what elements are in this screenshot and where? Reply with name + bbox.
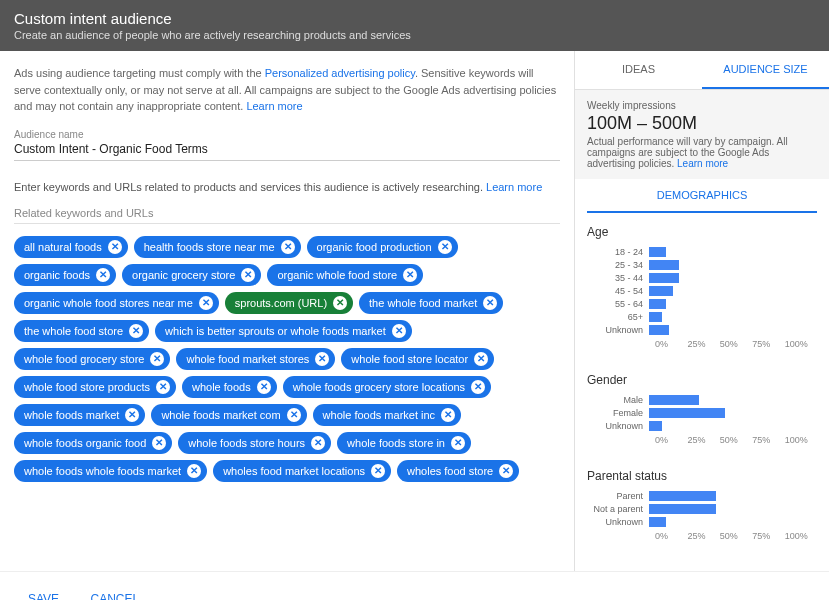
bar-label: Unknown bbox=[587, 517, 649, 527]
close-icon[interactable]: ✕ bbox=[257, 380, 271, 394]
close-icon[interactable]: ✕ bbox=[403, 268, 417, 282]
keyword-chip[interactable]: which is better sprouts or whole foods m… bbox=[155, 320, 412, 342]
bar-row: 55 - 64 bbox=[587, 299, 817, 309]
bar-track bbox=[649, 260, 817, 270]
chart-title: Age bbox=[587, 225, 817, 239]
bar-row: Not a parent bbox=[587, 504, 817, 514]
tab-audience-size[interactable]: AUDIENCE SIZE bbox=[702, 51, 829, 89]
chip-label: whole foods organic food bbox=[24, 437, 146, 449]
keyword-chip[interactable]: sprouts.com (URL)✕ bbox=[225, 292, 353, 314]
close-icon[interactable]: ✕ bbox=[156, 380, 170, 394]
keyword-chip[interactable]: whole foods✕ bbox=[182, 376, 277, 398]
close-icon[interactable]: ✕ bbox=[311, 436, 325, 450]
close-icon[interactable]: ✕ bbox=[241, 268, 255, 282]
chip-label: whole food market stores bbox=[186, 353, 309, 365]
keyword-chip[interactable]: whole foods grocery store locations✕ bbox=[283, 376, 491, 398]
close-icon[interactable]: ✕ bbox=[392, 324, 406, 338]
impressions-label: Weekly impressions bbox=[587, 100, 817, 111]
chip-label: organic food production bbox=[317, 241, 432, 253]
close-icon[interactable]: ✕ bbox=[150, 352, 164, 366]
close-icon[interactable]: ✕ bbox=[499, 464, 513, 478]
keyword-chip[interactable]: whole foods organic food✕ bbox=[14, 432, 172, 454]
keyword-chip[interactable]: organic grocery store✕ bbox=[122, 264, 261, 286]
bar-track bbox=[649, 247, 817, 257]
cancel-button[interactable]: CANCEL bbox=[76, 586, 153, 600]
policy-link[interactable]: Personalized advertising policy bbox=[265, 67, 415, 79]
close-icon[interactable]: ✕ bbox=[315, 352, 329, 366]
keyword-chip[interactable]: the whole food store✕ bbox=[14, 320, 149, 342]
axis-tick: 75% bbox=[752, 339, 784, 349]
bar-row: Female bbox=[587, 408, 817, 418]
bar-track bbox=[649, 408, 817, 418]
bar-fill bbox=[649, 286, 673, 296]
keyword-chip[interactable]: organic whole food stores near me✕ bbox=[14, 292, 219, 314]
learn-more-keywords-link[interactable]: Learn more bbox=[486, 181, 542, 193]
chip-label: organic whole food store bbox=[277, 269, 397, 281]
close-icon[interactable]: ✕ bbox=[187, 464, 201, 478]
close-icon[interactable]: ✕ bbox=[441, 408, 455, 422]
bar-label: Parent bbox=[587, 491, 649, 501]
keyword-chip[interactable]: all natural foods✕ bbox=[14, 236, 128, 258]
keyword-chip[interactable]: whole foods whole foods market✕ bbox=[14, 460, 207, 482]
save-button[interactable]: SAVE bbox=[14, 586, 73, 600]
chart-section: Age18 - 2425 - 3435 - 4445 - 5455 - 6465… bbox=[575, 213, 829, 361]
keyword-chip[interactable]: organic food production✕ bbox=[307, 236, 458, 258]
keyword-chip[interactable]: health foods store near me✕ bbox=[134, 236, 301, 258]
keyword-chip[interactable]: whole foods market com✕ bbox=[151, 404, 306, 426]
bar-fill bbox=[649, 421, 662, 431]
keyword-chip[interactable]: whole foods store hours✕ bbox=[178, 432, 331, 454]
tabs: IDEAS AUDIENCE SIZE bbox=[575, 51, 829, 90]
chip-label: health foods store near me bbox=[144, 241, 275, 253]
right-panel: IDEAS AUDIENCE SIZE Weekly impressions 1… bbox=[574, 51, 829, 571]
keyword-chip[interactable]: organic foods✕ bbox=[14, 264, 116, 286]
chip-label: wholes food store bbox=[407, 465, 493, 477]
keyword-chip[interactable]: wholes food market locations✕ bbox=[213, 460, 391, 482]
close-icon[interactable]: ✕ bbox=[471, 380, 485, 394]
bar-label: 25 - 34 bbox=[587, 260, 649, 270]
chart-section: Parental statusParentNot a parentUnknown… bbox=[575, 457, 829, 553]
audience-name-input[interactable]: Custom Intent - Organic Food Terms bbox=[14, 142, 560, 161]
charts-container: Age18 - 2425 - 3435 - 4445 - 5455 - 6465… bbox=[575, 213, 829, 553]
close-icon[interactable]: ✕ bbox=[108, 240, 122, 254]
keyword-chip[interactable]: whole foods market✕ bbox=[14, 404, 145, 426]
bar-row: 45 - 54 bbox=[587, 286, 817, 296]
tab-ideas[interactable]: IDEAS bbox=[575, 51, 702, 89]
close-icon[interactable]: ✕ bbox=[96, 268, 110, 282]
demographics-header[interactable]: DEMOGRAPHICS bbox=[587, 179, 817, 213]
bar-fill bbox=[649, 260, 679, 270]
learn-more-link[interactable]: Learn more bbox=[246, 100, 302, 112]
close-icon[interactable]: ✕ bbox=[451, 436, 465, 450]
keyword-chip[interactable]: wholes food store✕ bbox=[397, 460, 519, 482]
close-icon[interactable]: ✕ bbox=[474, 352, 488, 366]
keyword-chip[interactable]: whole food store products✕ bbox=[14, 376, 176, 398]
bar-label: 45 - 54 bbox=[587, 286, 649, 296]
keyword-chip[interactable]: the whole food market✕ bbox=[359, 292, 503, 314]
bar-label: Unknown bbox=[587, 421, 649, 431]
keyword-chip[interactable]: whole foods market inc✕ bbox=[313, 404, 462, 426]
close-icon[interactable]: ✕ bbox=[152, 436, 166, 450]
close-icon[interactable]: ✕ bbox=[483, 296, 497, 310]
close-icon[interactable]: ✕ bbox=[371, 464, 385, 478]
keyword-chip[interactable]: whole food market stores✕ bbox=[176, 348, 335, 370]
close-icon[interactable]: ✕ bbox=[287, 408, 301, 422]
keyword-chip[interactable]: whole food store locator✕ bbox=[341, 348, 494, 370]
bar-row: Unknown bbox=[587, 517, 817, 527]
close-icon[interactable]: ✕ bbox=[333, 296, 347, 310]
audience-name-label: Audience name bbox=[14, 129, 560, 140]
left-panel: Ads using audience targeting must comply… bbox=[0, 51, 574, 571]
keyword-chip[interactable]: whole food grocery store✕ bbox=[14, 348, 170, 370]
close-icon[interactable]: ✕ bbox=[199, 296, 213, 310]
close-icon[interactable]: ✕ bbox=[129, 324, 143, 338]
axis-tick: 100% bbox=[785, 531, 817, 541]
chip-label: whole foods bbox=[192, 381, 251, 393]
close-icon[interactable]: ✕ bbox=[438, 240, 452, 254]
close-icon[interactable]: ✕ bbox=[281, 240, 295, 254]
instruct-text: Enter keywords and URLs related to produ… bbox=[14, 181, 486, 193]
learn-more-summary-link[interactable]: Learn more bbox=[677, 158, 728, 169]
bar-label: 18 - 24 bbox=[587, 247, 649, 257]
keyword-chip[interactable]: organic whole food store✕ bbox=[267, 264, 423, 286]
keyword-chip[interactable]: whole foods store in✕ bbox=[337, 432, 471, 454]
close-icon[interactable]: ✕ bbox=[125, 408, 139, 422]
bar-row: Male bbox=[587, 395, 817, 405]
chip-label: whole foods whole foods market bbox=[24, 465, 181, 477]
